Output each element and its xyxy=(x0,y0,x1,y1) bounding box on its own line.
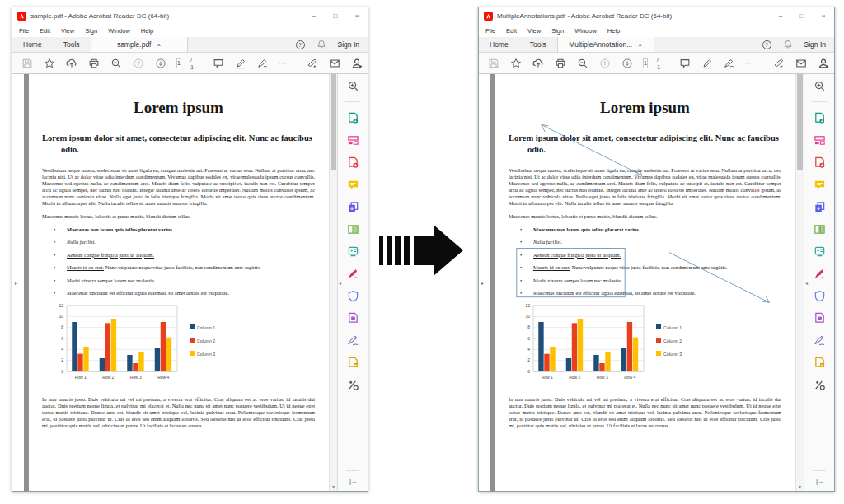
search-tools-icon[interactable] xyxy=(346,79,359,92)
menu-view[interactable]: View xyxy=(528,27,541,35)
tab-tools[interactable]: Tools xyxy=(53,37,91,52)
close-tab-icon[interactable]: × xyxy=(638,41,642,49)
export-pdf-icon[interactable] xyxy=(346,111,359,124)
fill-and-sign-icon[interactable] xyxy=(813,267,826,280)
share-cloud-icon[interactable] xyxy=(532,57,545,70)
previous-page-icon[interactable] xyxy=(132,57,145,70)
save-icon[interactable] xyxy=(487,57,500,70)
minimize-button[interactable]: – xyxy=(303,7,325,24)
fill-and-sign-icon[interactable] xyxy=(346,267,359,280)
star-icon[interactable] xyxy=(509,57,523,70)
organize-pages-icon[interactable] xyxy=(346,222,359,236)
email-icon[interactable] xyxy=(328,57,341,70)
page-number-input[interactable]: 1 xyxy=(643,58,648,68)
panel-expand-icon[interactable]: |→ xyxy=(338,478,368,485)
sign-in-button[interactable]: Sign In xyxy=(338,40,359,49)
sign-pen-icon[interactable] xyxy=(256,57,270,70)
account-icon[interactable] xyxy=(817,57,830,70)
protect-icon[interactable] xyxy=(813,289,826,302)
highlight-pen-icon[interactable] xyxy=(234,57,247,70)
page-number-input[interactable]: 1 xyxy=(176,58,181,68)
menu-edit[interactable]: Edit xyxy=(40,27,50,35)
menu-file[interactable]: File xyxy=(19,27,29,35)
scrollbar-thumb[interactable] xyxy=(331,74,336,170)
title-bar[interactable]: MultipleAnnotations.pdf - Adobe Acrobat … xyxy=(479,7,834,24)
organize-pages-icon[interactable] xyxy=(813,222,826,236)
navigation-pane-strip[interactable]: ▸ xyxy=(479,74,490,491)
scroll-down-icon[interactable]: ▾ xyxy=(796,483,804,489)
more-tools-icon[interactable]: ⋯ xyxy=(745,58,754,68)
request-signatures-icon[interactable] xyxy=(813,245,826,258)
print-icon[interactable] xyxy=(87,57,101,70)
save-icon[interactable] xyxy=(21,57,34,70)
share-pen-icon[interactable] xyxy=(772,57,785,70)
comment-icon[interactable] xyxy=(678,57,692,70)
certificates-icon[interactable] xyxy=(813,334,826,347)
vertical-scrollbar[interactable]: ▾ xyxy=(795,74,804,491)
next-page-icon[interactable] xyxy=(621,57,634,70)
search-tools-icon[interactable] xyxy=(813,79,826,92)
comment-tool-icon[interactable] xyxy=(813,178,826,191)
comment-tool-icon[interactable] xyxy=(346,178,359,191)
menu-help[interactable]: Help xyxy=(607,27,620,35)
custom-tool-icon[interactable] xyxy=(346,356,359,369)
panel-expand-icon[interactable]: |→ xyxy=(804,478,834,485)
nav-expand-icon[interactable]: ▸ xyxy=(15,280,17,286)
maximize-button[interactable]: □ xyxy=(791,7,813,24)
zoom-icon[interactable] xyxy=(110,57,123,70)
tab-home[interactable]: Home xyxy=(479,37,519,52)
panel-collapse-icon[interactable]: ◂ xyxy=(805,280,808,286)
next-page-icon[interactable] xyxy=(154,57,167,70)
close-button[interactable]: × xyxy=(346,7,368,24)
menu-sign[interactable]: Sign xyxy=(551,27,564,35)
zoom-icon[interactable] xyxy=(576,57,589,70)
sign-pen-icon[interactable] xyxy=(723,57,736,70)
close-tab-icon[interactable]: × xyxy=(157,41,161,49)
edit-pdf-icon[interactable] xyxy=(813,133,826,147)
combine-files-icon[interactable] xyxy=(813,200,826,213)
more-tools-icon[interactable]: ⋯ xyxy=(279,58,288,68)
tab-document[interactable]: sample.pdf × xyxy=(91,37,188,52)
notification-bell-icon[interactable] xyxy=(781,38,795,51)
menu-view[interactable]: View xyxy=(61,27,74,35)
tab-document[interactable]: MultipleAnnotation... × xyxy=(557,37,654,52)
star-icon[interactable] xyxy=(43,57,56,70)
edit-pdf-icon[interactable] xyxy=(346,133,359,147)
more-tools-panel-icon[interactable] xyxy=(346,378,359,391)
menu-file[interactable]: File xyxy=(485,27,495,35)
custom-tool-icon[interactable] xyxy=(813,356,826,369)
scrollbar-thumb[interactable] xyxy=(797,74,803,170)
vertical-scrollbar[interactable]: ▾ xyxy=(329,74,337,491)
previous-page-icon[interactable] xyxy=(598,57,612,70)
tab-tools[interactable]: Tools xyxy=(519,37,557,52)
nav-expand-icon[interactable]: ▸ xyxy=(481,280,484,286)
menu-help[interactable]: Help xyxy=(141,27,153,35)
close-button[interactable]: × xyxy=(813,7,834,24)
help-icon[interactable]: ? xyxy=(762,40,771,49)
sign-in-button[interactable]: Sign In xyxy=(804,40,826,49)
more-tools-panel-icon[interactable] xyxy=(813,378,826,391)
share-pen-icon[interactable] xyxy=(306,57,319,70)
menu-window[interactable]: Window xyxy=(574,27,597,35)
help-icon[interactable]: ? xyxy=(296,40,305,49)
navigation-pane-strip[interactable]: ▸ xyxy=(12,74,24,491)
share-cloud-icon[interactable] xyxy=(65,57,78,70)
notification-bell-icon[interactable] xyxy=(315,38,328,51)
compress-pdf-icon[interactable] xyxy=(813,311,826,324)
maximize-button[interactable]: □ xyxy=(325,7,346,24)
export-pdf-icon[interactable] xyxy=(813,111,826,124)
menu-window[interactable]: Window xyxy=(108,27,130,35)
protect-icon[interactable] xyxy=(346,289,359,302)
minimize-button[interactable]: – xyxy=(770,7,791,24)
tab-home[interactable]: Home xyxy=(12,37,53,52)
print-icon[interactable] xyxy=(554,57,567,70)
compress-pdf-icon[interactable] xyxy=(346,311,359,324)
comment-icon[interactable] xyxy=(212,57,225,70)
email-icon[interactable] xyxy=(795,57,808,70)
menu-sign[interactable]: Sign xyxy=(85,27,97,35)
highlight-pen-icon[interactable] xyxy=(701,57,714,70)
scroll-down-icon[interactable]: ▾ xyxy=(330,483,337,489)
create-pdf-icon[interactable] xyxy=(813,156,826,169)
combine-files-icon[interactable] xyxy=(346,200,359,213)
title-bar[interactable]: sample.pdf - Adobe Acrobat Reader DC (64… xyxy=(12,7,368,24)
